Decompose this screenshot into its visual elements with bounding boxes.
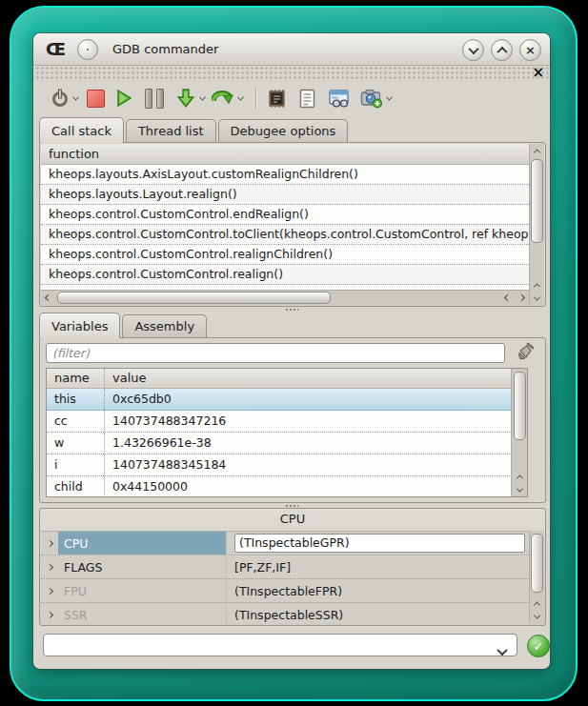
scroll-left-button[interactable] (500, 292, 515, 305)
callstack-row[interactable]: kheops.control.CustomControl.toClient(kh… (41, 225, 529, 245)
variables-table-header[interactable]: name value (47, 369, 512, 389)
register-group-name[interactable]: FPU (58, 579, 227, 602)
scrollbar-thumb[interactable] (514, 372, 526, 440)
expand-button[interactable] (41, 555, 58, 578)
column-name[interactable]: name (47, 369, 105, 388)
variables-table: name value this 0xc65db0 cc 140737488347… (46, 368, 528, 497)
variable-row[interactable]: w 1.43266961e-38 (47, 433, 512, 454)
scroll-up-button[interactable] (530, 596, 544, 610)
scroll-up-button[interactable] (530, 278, 544, 292)
step-into-button[interactable] (175, 88, 196, 109)
tab-call-stack[interactable]: Call stack (39, 117, 124, 143)
cpu-tree-row[interactable]: CPU (TInspectableGPR) (41, 532, 529, 555)
command-dropdown[interactable] (498, 641, 506, 659)
cpu-view-icon (267, 89, 287, 109)
run-button[interactable] (114, 89, 133, 108)
cpu-panel: CPU CPU (TInspectableGPR) FLAGS [PF,ZF,I… (39, 508, 546, 626)
send-command-button[interactable]: ✓ (527, 635, 550, 657)
messages-button[interactable] (298, 89, 316, 109)
power-dropdown[interactable] (73, 96, 78, 101)
chevron-up-icon (534, 149, 540, 155)
column-value[interactable]: value (105, 369, 147, 388)
register-value-field[interactable]: (TInspectableGPR) (234, 534, 525, 553)
scroll-down-button[interactable] (513, 483, 527, 496)
step-into-dropdown[interactable] (200, 96, 205, 101)
scrollbar-thumb[interactable] (57, 292, 331, 304)
scroll-up-button[interactable] (530, 144, 544, 157)
tab-debugee-options[interactable]: Debugee options (218, 119, 349, 143)
chevron-up-icon (497, 46, 507, 56)
splitter-handle[interactable] (285, 308, 298, 312)
register-group-name[interactable]: SSR (58, 603, 227, 623)
chevron-right-icon (46, 539, 52, 546)
debug-toolbar (33, 81, 550, 115)
pause-button[interactable] (145, 89, 164, 109)
expand-button[interactable] (41, 532, 58, 555)
variable-row[interactable]: i 140737488345184 (47, 454, 512, 476)
expand-button[interactable] (41, 603, 58, 623)
callstack-row[interactable]: kheops.layouts.Layout.realign() (41, 185, 529, 205)
cpu-register-tree: CPU (TInspectableGPR) FLAGS [PF,ZF,IF] F… (41, 531, 529, 623)
register-value: (TInspectableSSR) (227, 603, 529, 623)
scroll-right-button[interactable] (515, 292, 529, 305)
register-group-name[interactable]: CPU (58, 532, 227, 555)
tab-thread-list[interactable]: Thread list (126, 119, 216, 143)
tab-variables[interactable]: Variables (39, 313, 120, 338)
callstack-row[interactable]: kheops.layouts.AxisLayout.customRealignC… (41, 165, 529, 185)
toolbar-separator (255, 88, 257, 109)
chevron-up-icon (516, 474, 522, 481)
gdb-command-input[interactable] (43, 634, 517, 656)
window-menu-button[interactable] (77, 39, 98, 60)
watch-window-button[interactable] (328, 89, 351, 109)
callstack-horizontal-scrollbar[interactable] (41, 290, 529, 305)
stop-button[interactable] (87, 90, 105, 108)
cpu-tree-row[interactable]: FPU (TInspectableFPR) (41, 579, 529, 603)
variables-vertical-scrollbar[interactable] (511, 369, 527, 496)
run-icon (114, 89, 133, 108)
variable-row[interactable]: cc 140737488347216 (47, 411, 512, 433)
callstack-row[interactable]: kheops.control.CustomControl.realignChil… (41, 245, 529, 265)
step-over-button[interactable] (212, 88, 234, 109)
callstack-row[interactable]: kheops.control.CustomControl.endRealign(… (41, 205, 529, 225)
dock-grip-bar[interactable]: × (35, 66, 548, 81)
callstack-table: function kheops.layouts.AxisLayout.custo… (41, 144, 529, 290)
tab-assembly[interactable]: Assembly (122, 314, 207, 338)
stop-icon (87, 90, 105, 108)
minimize-button[interactable] (462, 39, 484, 61)
callstack-row[interactable]: kheops.control.CustomControl.realign() (41, 265, 529, 285)
cpu-view-button[interactable] (267, 89, 287, 109)
step-into-icon (175, 88, 196, 109)
callstack-column-header[interactable]: function (41, 144, 529, 165)
scroll-up-button[interactable] (513, 470, 527, 483)
dock-close-icon[interactable]: × (532, 64, 544, 81)
chevron-down-icon (72, 93, 79, 100)
variable-name: child (47, 476, 105, 497)
scroll-left-button[interactable] (41, 292, 55, 305)
chevron-right-icon (46, 587, 52, 594)
scrollbar-thumb[interactable] (531, 159, 543, 243)
chevron-right-icon (518, 294, 525, 301)
variable-row[interactable]: this 0xc65db0 (47, 389, 512, 411)
snapshot-button[interactable] (360, 88, 383, 109)
chevron-down-icon (516, 485, 522, 492)
clear-filter-button[interactable] (515, 341, 536, 362)
filter-input[interactable] (46, 343, 505, 363)
snapshot-dropdown[interactable] (387, 96, 392, 101)
pause-icon (145, 89, 164, 109)
scrollbar-thumb[interactable] (531, 534, 543, 593)
maximize-button[interactable] (491, 39, 513, 61)
variable-row[interactable]: child 0x44150000 (47, 476, 512, 497)
close-button[interactable]: × (519, 39, 541, 61)
register-group-name[interactable]: FLAGS (58, 555, 227, 578)
cpu-vertical-scrollbar[interactable] (529, 531, 544, 623)
power-button[interactable] (51, 89, 70, 108)
scroll-down-button[interactable] (530, 292, 544, 305)
expand-button[interactable] (41, 579, 58, 602)
titlebar[interactable]: Œ GDB commander × (33, 33, 550, 66)
step-over-dropdown[interactable] (238, 96, 243, 101)
scroll-down-button[interactable] (530, 610, 544, 623)
cpu-tree-row[interactable]: FLAGS [PF,ZF,IF] (41, 555, 529, 579)
messages-icon (298, 89, 316, 109)
cpu-tree-row[interactable]: SSR (TInspectableSSR) (41, 603, 529, 623)
callstack-vertical-scrollbar[interactable] (529, 144, 544, 305)
